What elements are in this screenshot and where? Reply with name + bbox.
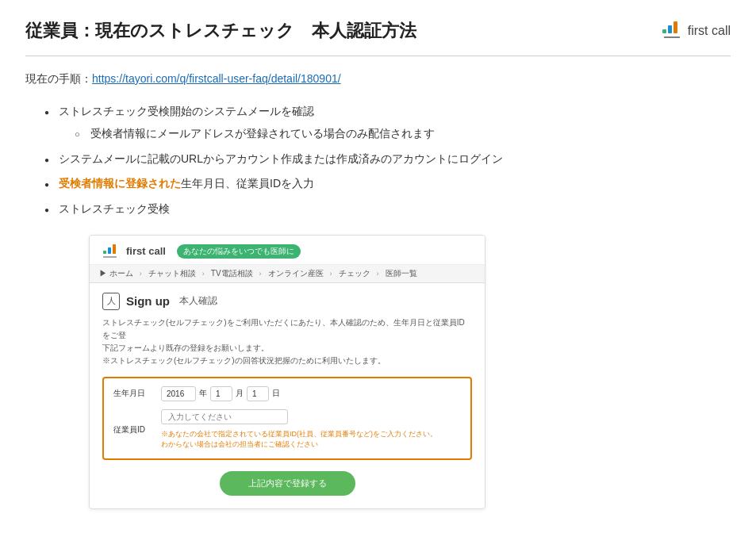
sc-nav-online: オンライン産医 [268,268,324,279]
sc-brand-text: first call [126,245,166,257]
sc-employee-hint: ※あなたの会社で指定されている従業員ID(社員、従業員番号など)をご入力ください… [161,429,461,451]
sc-employee-inputs: ※あなたの会社で指定されている従業員ID(社員、従業員番号など)をご入力ください… [161,409,461,451]
sc-signup-subtitle: 本人確認 [179,294,217,308]
list-item-4-text: ストレスチェック受検 [59,202,170,215]
list-item-1: ストレスチェック受検開始のシステムメールを確認 受検者情報にメールアドレスが登録… [44,102,731,144]
logo-area: first call [661,20,731,42]
sc-employee-label: 従業員ID [113,424,155,435]
list-item-2-text: システムメールに記載のURLからアカウント作成または作成済みのアカウントにログイ… [59,152,503,165]
header-row: 従業員：現在のストレスチェック 本人認証方法 first call [25,19,731,43]
svg-rect-2 [673,21,677,33]
svg-rect-0 [662,29,666,33]
sc-hint-line2: わからない場合は会社の担当者にご確認ください [161,439,461,451]
sc-year-unit: 年 [199,388,207,399]
sc-signup-icon: 人 [102,293,120,310]
sc-desc: ストレスチェック(セルフチェック)をご利用いただくにあたり、本人確認のため、生年… [102,316,472,367]
sc-title-row: 人 Sign up 本人確認 [102,293,472,310]
sc-month-input[interactable] [210,386,232,401]
main-bullet-list: ストレスチェック受検開始のシステムメールを確認 受検者情報にメールアドレスが登録… [44,102,731,219]
sc-desc-line2: 下記フォームより既存の登録をお願いします。 [102,342,472,355]
sc-desc-line3: ※ストレスチェック(セルフチェック)の回答状況把握のために利用いたします。 [102,355,472,367]
list-item-1-text: ストレスチェック受検開始のシステムメールを確認 [59,105,314,117]
sc-nav-home: ▶ ホーム [99,268,133,279]
sc-desc-line1: ストレスチェック(セルフチェック)をご利用いただくにあたり、本人確認のため、生年… [102,316,472,342]
sc-nav-doctor: 医師一覧 [386,268,417,279]
svg-rect-6 [113,244,116,254]
sc-submit-area: 上記内容で登録する [102,471,472,496]
sc-logo-icon [102,243,118,259]
procedure-label: 現在の手順： [25,72,92,85]
sub-list-item-1-text: 受検者情報にメールアドレスが登録されている場合のみ配信されます [90,127,435,140]
svg-rect-5 [108,247,111,254]
logo-icon [661,20,683,42]
header-divider [25,56,731,56]
current-procedure: 現在の手順：https://tayori.com/q/firstcall-use… [25,72,731,86]
list-item-3-highlight: 受検者情報に登録された [59,177,181,190]
sc-nav-tv: TV電話相談 [211,268,253,279]
logo-brand-text: first call [688,24,731,38]
sc-icon-char: 人 [107,295,116,307]
sc-birthday-row: 生年月日 年 月 日 [113,386,461,401]
list-item-3-suffix: 生年月日、従業員IDを入力 [181,177,314,190]
svg-rect-4 [103,251,106,254]
sc-month-unit: 月 [236,388,244,399]
sc-nav: ▶ ホーム › チャット相談 › TV電話相談 › オンライン産医 › チェック… [90,265,485,283]
sub-list-1: 受検者情報にメールアドレスが登録されている場合のみ配信されます [75,125,731,144]
sc-birthday-label: 生年月日 [113,388,155,399]
list-item-4: ストレスチェック受検 [44,200,731,219]
list-item-3: 受検者情報に登録された生年月日、従業員IDを入力 [44,174,731,194]
svg-rect-1 [668,25,672,33]
sc-employee-input[interactable] [161,409,288,424]
sc-form-box: 生年月日 年 月 日 従業員ID [102,377,472,460]
screenshot-mockup: first call あなたの悩みをいつでも医師に ▶ ホーム › チャット相談… [89,235,485,509]
sc-header: first call あなたの悩みをいつでも医師に [90,236,485,265]
sc-hint-line1: ※あなたの会社で指定されている従業員ID(社員、従業員番号など)をご入力ください… [161,429,461,440]
sc-nav-chat: チャット相談 [148,268,196,279]
page-title: 従業員：現在のストレスチェック 本人認証方法 [25,19,416,43]
sc-day-input[interactable] [247,386,269,401]
sc-day-unit: 日 [272,388,280,399]
sc-body: 人 Sign up 本人確認 ストレスチェック(セルフチェック)をご利用いただく… [90,283,485,508]
list-item-2: システムメールに記載のURLからアカウント作成または作成済みのアカウントにログイ… [44,150,731,169]
sc-nav-check: チェック [339,268,370,279]
sc-signup-title: Sign up [126,294,170,308]
sc-year-input[interactable] [161,386,196,401]
procedure-link[interactable]: https://tayori.com/q/firstcall-user-faq/… [92,72,341,85]
sub-list-item-1: 受検者情報にメールアドレスが登録されている場合のみ配信されます [75,125,731,144]
sc-submit-button[interactable]: 上記内容で登録する [220,471,355,496]
sc-tagline: あなたの悩みをいつでも医師に [177,244,301,259]
sc-employee-row: 従業員ID ※あなたの会社で指定されている従業員ID(社員、従業員番号など)をご… [113,409,461,451]
sc-birthday-inputs: 年 月 日 [161,386,461,401]
